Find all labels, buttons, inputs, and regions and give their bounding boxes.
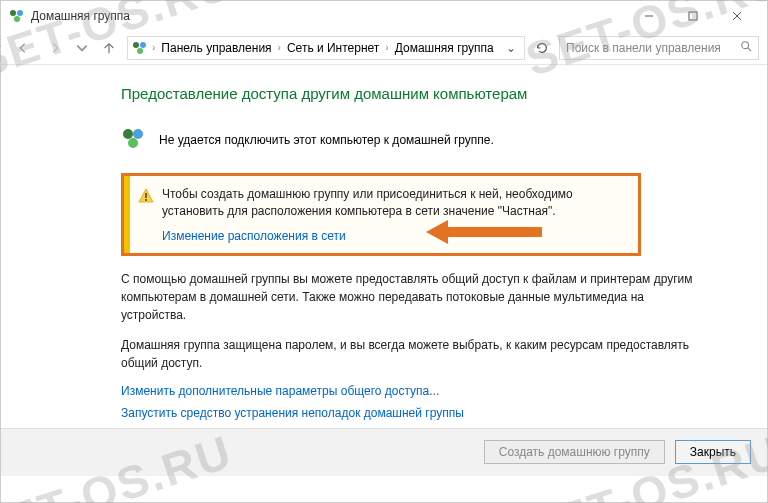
- homegroup-icon: [121, 126, 145, 153]
- annotation-arrow-icon: [424, 214, 544, 253]
- window-title: Домашняя группа: [31, 9, 130, 23]
- svg-point-12: [123, 129, 133, 139]
- svg-point-13: [133, 129, 143, 139]
- svg-point-1: [17, 10, 23, 16]
- warning-text: Чтобы создать домашнюю группу или присое…: [162, 186, 624, 221]
- body-paragraph: С помощью домашней группы вы можете пред…: [121, 270, 711, 324]
- chevron-right-icon: ›: [278, 42, 281, 53]
- create-homegroup-button: Создать домашнюю группу: [484, 440, 665, 464]
- change-network-location-link[interactable]: Изменение расположения в сети: [162, 229, 346, 243]
- body-paragraph: Домашняя группа защищена паролем, и вы в…: [121, 336, 711, 372]
- back-button[interactable]: [9, 34, 37, 62]
- maximize-button[interactable]: [671, 2, 715, 30]
- footer: Создать домашнюю группу Закрыть: [1, 428, 767, 476]
- svg-point-10: [742, 42, 749, 49]
- refresh-button[interactable]: [529, 35, 555, 61]
- svg-rect-15: [145, 193, 146, 198]
- warning-icon: [138, 188, 154, 207]
- advanced-sharing-link[interactable]: Изменить дополнительные параметры общего…: [121, 384, 727, 398]
- troubleshooter-link[interactable]: Запустить средство устранения неполадок …: [121, 406, 727, 420]
- svg-line-11: [748, 48, 751, 51]
- svg-point-0: [10, 10, 16, 16]
- chevron-right-icon: ›: [385, 42, 388, 53]
- breadcrumb[interactable]: › Панель управления › Сеть и Интернет › …: [127, 36, 525, 60]
- homegroup-icon: [132, 40, 148, 56]
- svg-point-14: [128, 138, 138, 148]
- status-text: Не удается подключить этот компьютер к д…: [159, 133, 494, 147]
- svg-marker-18: [426, 220, 448, 244]
- content: Предоставление доступа другим домашним к…: [1, 65, 767, 428]
- up-button[interactable]: [95, 34, 123, 62]
- close-button[interactable]: [715, 2, 759, 30]
- svg-point-16: [145, 199, 147, 201]
- search-icon: [740, 40, 752, 55]
- warning-box: Чтобы создать домашнюю группу или присое…: [121, 173, 641, 256]
- titlebar: Домашняя группа: [1, 1, 767, 31]
- chevron-down-icon[interactable]: ⌄: [502, 41, 520, 55]
- svg-point-2: [14, 16, 20, 22]
- breadcrumb-item[interactable]: Сеть и Интернет: [283, 39, 383, 57]
- svg-point-8: [140, 42, 146, 48]
- svg-rect-4: [689, 12, 697, 20]
- search-input[interactable]: Поиск в панели управления: [559, 36, 759, 60]
- chevron-right-icon: ›: [152, 42, 155, 53]
- homegroup-icon: [9, 8, 25, 24]
- forward-button[interactable]: [41, 34, 69, 62]
- minimize-button[interactable]: [627, 2, 671, 30]
- toolbar: › Панель управления › Сеть и Интернет › …: [1, 31, 767, 65]
- breadcrumb-item[interactable]: Панель управления: [157, 39, 275, 57]
- page-title: Предоставление доступа другим домашним к…: [121, 85, 727, 102]
- recent-locations-button[interactable]: [73, 34, 91, 62]
- svg-point-9: [137, 48, 143, 54]
- svg-point-7: [133, 42, 139, 48]
- search-placeholder: Поиск в панели управления: [566, 41, 740, 55]
- close-button-footer[interactable]: Закрыть: [675, 440, 751, 464]
- breadcrumb-item[interactable]: Домашняя группа: [391, 39, 498, 57]
